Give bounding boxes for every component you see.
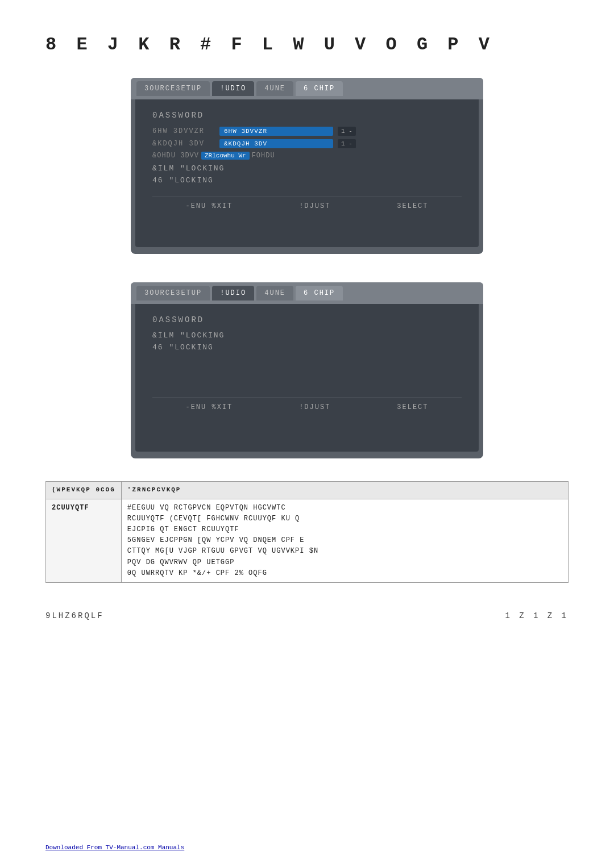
menu-exit-btn-1[interactable]: -ENU %XIT: [185, 202, 233, 210]
info-table: (WPEVKQP 0COG 'ZRNCPCVKQP 2CUUYQTF #EEGU…: [45, 481, 569, 583]
bottom-bar-1: -ENU %XIT !DJUST 3ELECT: [152, 196, 462, 210]
password-num-2: 1 -: [338, 139, 356, 148]
screen-1: 3OURCE3ETUP !UDIO 4UNE 6 CHIP 0ASSWORD 6…: [131, 78, 483, 254]
clear-prefix: &OHDU 3DVV: [152, 152, 199, 160]
select-btn-2[interactable]: 3ELECT: [397, 403, 428, 411]
screen-2: 3OURCE3ETUP !UDIO 4UNE 6 CHIP 0ASSWORD &…: [131, 282, 483, 458]
password-label-1: 6HW 3DVVZR: [152, 127, 215, 135]
footer-right: 1 Z 1 Z 1: [505, 611, 569, 620]
tab-chip-1[interactable]: 6 CHIP: [296, 81, 343, 96]
footer-left: 9LHZ6RQLF: [45, 611, 104, 620]
footer-link[interactable]: Downloaded From TV-Manual.com Manuals: [45, 844, 184, 851]
page-footer: 9LHZ6RQLF 1 Z 1 Z 1: [45, 606, 569, 620]
tab-audio-1[interactable]: !UDIO: [212, 81, 254, 96]
section-title-2: 0ASSWORD: [152, 315, 462, 324]
table-cell-description: #EEGUU VQ RCTGPVCN EQPVTQN HGCVWTC RCUUY…: [121, 499, 568, 582]
tab-bar-1: 3OURCE3ETUP !UDIO 4UNE 6 CHIP: [131, 78, 483, 99]
table-header-explanation: 'ZRNCPCVKQP: [121, 482, 568, 499]
tab-audio-2[interactable]: !UDIO: [212, 286, 254, 301]
clear-suffix: FOHDU: [252, 152, 275, 160]
tab-chip-2[interactable]: 6 CHIP: [296, 286, 343, 301]
film-locking-2: &ILM "LOCKING: [152, 331, 462, 340]
tab-source-setup-2[interactable]: 3OURCE3ETUP: [136, 286, 210, 301]
tab-tune-1[interactable]: 4UNE: [256, 81, 293, 96]
adjust-btn-1[interactable]: !DJUST: [299, 202, 330, 210]
password-field-1[interactable]: 6HW 3DVVZR: [219, 127, 333, 136]
password-label-2: &KDQJH 3DV: [152, 140, 215, 148]
screen-content-2: 0ASSWORD &ILM "LOCKING 46 "LOCKING -ENU …: [135, 304, 479, 452]
menu-exit-btn-2[interactable]: -ENU %XIT: [185, 403, 233, 411]
table-header-function: (WPEVKQP 0COG: [46, 482, 122, 499]
tab-bar-2: 3OURCE3ETUP !UDIO 4UNE 6 CHIP: [131, 282, 483, 304]
screens-container: 3OURCE3ETUP !UDIO 4UNE 6 CHIP 0ASSWORD 6…: [45, 78, 569, 458]
select-btn-1[interactable]: 3ELECT: [397, 202, 428, 210]
table-row: 2CUUYQTF #EEGUU VQ RCTGPVCN EQPVTQN HGCV…: [46, 499, 569, 582]
tv-locking-1: 46 "LOCKING: [152, 176, 462, 185]
adjust-btn-2[interactable]: !DJUST: [299, 403, 330, 411]
password-field-2[interactable]: &KDQJH 3DV: [219, 139, 333, 148]
password-row-2: &KDQJH 3DV &KDQJH 3DV 1 -: [152, 139, 462, 148]
film-locking-1: &ILM "LOCKING: [152, 164, 462, 173]
screen-content-1: 0ASSWORD 6HW 3DVVZR 6HW 3DVVZR 1 - &KDQJ…: [135, 99, 479, 247]
password-num-1: 1 -: [338, 127, 356, 136]
table-cell-type: 2CUUYQTF: [46, 499, 122, 582]
tab-tune-2[interactable]: 4UNE: [256, 286, 293, 301]
clear-row: &OHDU 3DVV ZRlcowhu Wr FOHDU: [152, 152, 462, 160]
section-title-1: 0ASSWORD: [152, 111, 462, 120]
tv-locking-2: 46 "LOCKING: [152, 343, 462, 352]
tab-source-setup-1[interactable]: 3OURCE3ETUP: [136, 81, 210, 96]
page-title: 8 E J K R # F L W U V O G P V: [45, 34, 569, 55]
clear-highlight[interactable]: ZRlcowhu Wr: [201, 152, 250, 160]
password-row-1: 6HW 3DVVZR 6HW 3DVVZR 1 -: [152, 127, 462, 136]
bottom-bar-2: -ENU %XIT !DJUST 3ELECT: [152, 397, 462, 411]
